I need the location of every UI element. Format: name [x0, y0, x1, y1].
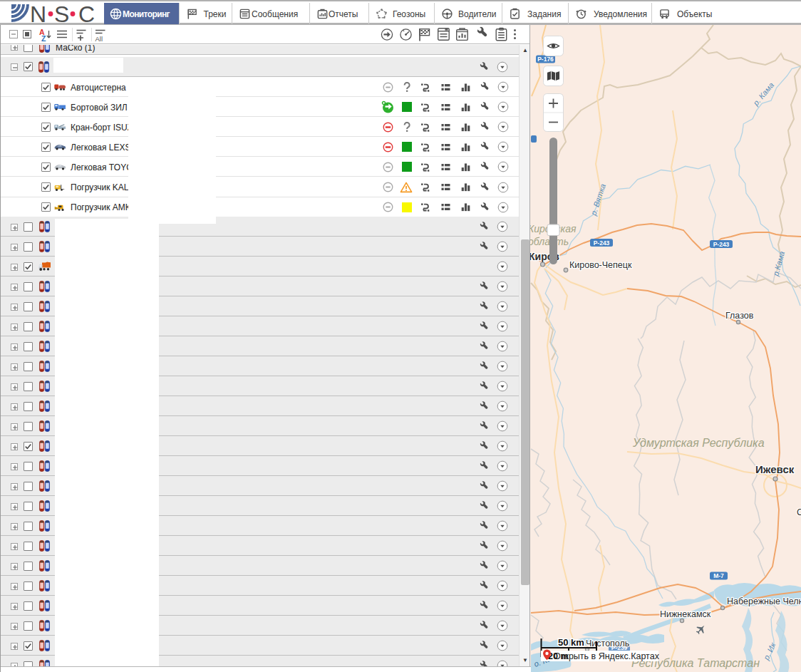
- svg-text:S: S: [54, 4, 69, 23]
- svg-text:Открыть в Яндекс.Картах: Открыть в Яндекс.Картах: [554, 651, 660, 661]
- svg-text:Набережные Челны: Набережные Челны: [727, 596, 801, 606]
- svg-text:P-176: P-176: [537, 56, 554, 63]
- svg-text:P-243: P-243: [594, 239, 610, 247]
- svg-text:N: N: [30, 4, 46, 23]
- svg-text:Чистополь: Чистополь: [586, 639, 629, 648]
- svg-text:Нижнекамск: Нижнекамск: [660, 609, 711, 619]
- svg-text:Кирово-Чепецк: Кирово-Чепецк: [569, 260, 632, 270]
- svg-text:P-243: P-243: [713, 241, 730, 248]
- svg-text:Удмуртская Республика: Удмуртская Республика: [632, 437, 765, 449]
- svg-text:О: О: [797, 507, 801, 517]
- svg-text:50 km: 50 km: [558, 637, 584, 648]
- svg-text:Z: Z: [41, 34, 46, 43]
- svg-text:C: C: [78, 4, 95, 23]
- svg-text:М-7: М-7: [713, 572, 724, 579]
- svg-text:Ижевск: Ижевск: [755, 463, 795, 475]
- svg-text:Глазов: Глазов: [725, 311, 754, 321]
- svg-text:All: All: [95, 35, 103, 43]
